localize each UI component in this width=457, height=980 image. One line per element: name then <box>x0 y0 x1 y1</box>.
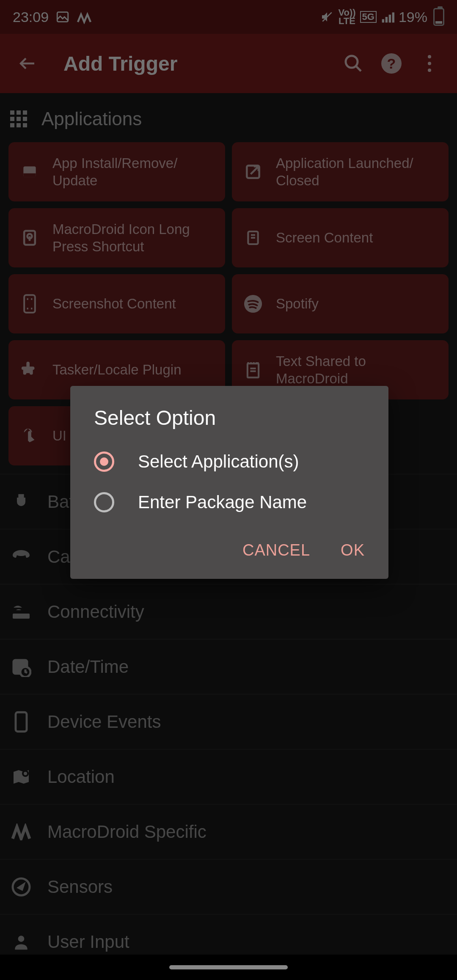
ok-button[interactable]: OK <box>341 541 365 559</box>
gesture-pill[interactable] <box>169 965 288 969</box>
option-label: Enter Package Name <box>138 492 307 512</box>
cancel-button[interactable]: CANCEL <box>242 541 310 559</box>
option-label: Select Application(s) <box>138 451 299 472</box>
option-enter-package-name[interactable]: Enter Package Name <box>70 482 388 523</box>
option-select-applications[interactable]: Select Application(s) <box>70 441 388 482</box>
screen-root: 23:09 Vo)) LTE 5G 19% Add Trigger <box>0 0 457 980</box>
select-option-dialog: Select Option Select Application(s) Ente… <box>70 386 388 579</box>
dialog-actions: CANCEL OK <box>70 523 388 572</box>
gesture-nav-bar <box>0 955 457 980</box>
dialog-title: Select Option <box>70 406 388 441</box>
radio-unchecked-icon <box>94 492 114 512</box>
radio-checked-icon <box>94 451 114 472</box>
